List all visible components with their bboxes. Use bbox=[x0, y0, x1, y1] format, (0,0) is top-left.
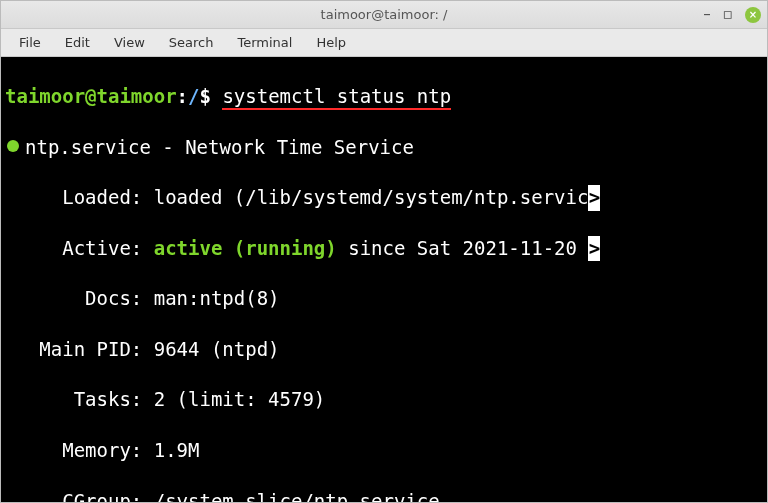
active-line: Active: active (running) since Sat 2021-… bbox=[5, 236, 765, 261]
menu-terminal[interactable]: Terminal bbox=[227, 32, 302, 53]
prompt-userhost: taimoor@taimoor bbox=[5, 85, 177, 107]
close-button[interactable]: × bbox=[745, 7, 761, 23]
cgroup-line: CGroup: /system.slice/ntp.service bbox=[5, 489, 765, 502]
status-dot-icon bbox=[7, 140, 19, 152]
terminal-window: taimoor@taimoor: / – ▫ × File Edit View … bbox=[0, 0, 768, 503]
docs-line: Docs: man:ntpd(8) bbox=[5, 286, 765, 311]
menu-file[interactable]: File bbox=[9, 32, 51, 53]
prompt-path: / bbox=[188, 85, 199, 107]
menubar: File Edit View Search Terminal Help bbox=[1, 29, 767, 57]
service-title: ntp.service - Network Time Service bbox=[25, 136, 414, 158]
service-header: ntp.service - Network Time Service bbox=[5, 135, 765, 160]
mainpid-line: Main PID: 9644 (ntpd) bbox=[5, 337, 765, 362]
minimize-button[interactable]: – bbox=[703, 7, 711, 22]
titlebar: taimoor@taimoor: / – ▫ × bbox=[1, 1, 767, 29]
terminal-area[interactable]: taimoor@taimoor:/$ systemctl status ntp … bbox=[1, 57, 767, 502]
menu-help[interactable]: Help bbox=[306, 32, 356, 53]
overflow-icon: > bbox=[588, 185, 600, 210]
command-text: systemctl status ntp bbox=[222, 85, 451, 110]
overflow-icon: > bbox=[588, 236, 600, 261]
window-title: taimoor@taimoor: / bbox=[321, 7, 448, 22]
tasks-line: Tasks: 2 (limit: 4579) bbox=[5, 387, 765, 412]
window-controls: – ▫ × bbox=[703, 7, 761, 23]
menu-view[interactable]: View bbox=[104, 32, 155, 53]
memory-line: Memory: 1.9M bbox=[5, 438, 765, 463]
prompt-sep: : bbox=[177, 85, 188, 107]
menu-edit[interactable]: Edit bbox=[55, 32, 100, 53]
menu-search[interactable]: Search bbox=[159, 32, 224, 53]
prompt-dollar: $ bbox=[200, 85, 211, 107]
prompt-line: taimoor@taimoor:/$ systemctl status ntp bbox=[5, 84, 765, 109]
maximize-button[interactable]: ▫ bbox=[723, 7, 733, 22]
active-status: active (running) bbox=[154, 237, 337, 259]
loaded-line: Loaded: loaded (/lib/systemd/system/ntp.… bbox=[5, 185, 765, 210]
